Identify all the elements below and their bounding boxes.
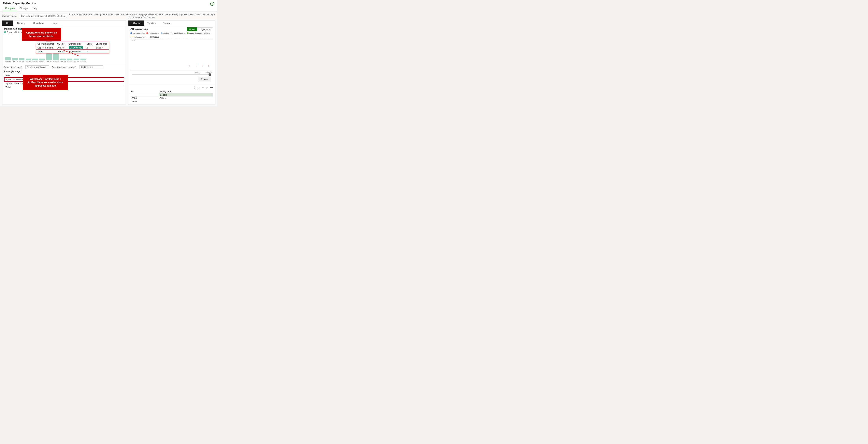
legend-cu-limit: CU % Limit xyxy=(146,36,159,38)
bar[interactable] xyxy=(81,59,86,60)
legend-interactive: Interactive % xyxy=(146,32,159,34)
right-row1-es xyxy=(130,93,159,96)
legend-dot-icon xyxy=(4,31,6,33)
bar-label: Tue 21 xyxy=(46,61,52,63)
util-chart-body: 100% | | | | xyxy=(130,39,213,71)
explore-button[interactable]: Explore xyxy=(198,77,211,82)
expand-icon[interactable]: ⤢ xyxy=(206,86,208,89)
op-billing: Billable xyxy=(94,46,109,50)
help-icon[interactable]: ? xyxy=(194,86,195,89)
capacity-select[interactable]: Trial-ruxu-microsoft-com-05-30-2023-01-3… xyxy=(19,14,67,18)
right-table-row-3: .9830 xyxy=(130,100,213,103)
bar-label: Mon 20 xyxy=(39,61,45,63)
legend-autoscale: Autoscale % xyxy=(130,36,145,38)
capacity-row: Capacity name: Trial-ruxu-microsoft-com-… xyxy=(2,13,215,19)
items-title: Items (14 days) xyxy=(4,70,124,73)
hundred-label: 100% xyxy=(131,39,135,41)
legend-background: Background % xyxy=(130,32,145,34)
bar[interactable] xyxy=(32,59,38,60)
bar-group: Sat 18 xyxy=(26,59,31,63)
tab-overages[interactable]: Overages xyxy=(160,21,175,26)
bar-label: Wed 15 xyxy=(5,61,11,63)
right-panel: Utilization Throttling Overages CU % ove… xyxy=(128,20,215,105)
tooltip-popup: Operation name CU (s) ▼ Duration (s) Use… xyxy=(36,41,109,54)
kind-label: Select item kind(s): xyxy=(4,66,23,68)
bar-group: Thu 23 xyxy=(60,59,66,63)
right-row2-es: .3900 xyxy=(130,96,159,100)
bar-group: Sat 25 xyxy=(73,59,79,63)
table-row: Copilot in Fabric 10,937 14,769.5930 2 B… xyxy=(36,46,109,50)
bar[interactable] xyxy=(73,59,79,60)
app-header: Fabric Capacity Metrics i Compute Storag… xyxy=(0,0,217,11)
util-chart-header: CU % over time Linear Logarithmic xyxy=(130,27,213,31)
scale-linear-button[interactable]: Linear xyxy=(187,27,197,31)
nav-tab-help[interactable]: Help xyxy=(30,6,40,11)
info-icon[interactable]: i xyxy=(210,2,214,6)
right-col-billing: Billing type xyxy=(159,90,213,93)
nav-tab-storage[interactable]: Storage xyxy=(17,6,30,11)
tab-duration[interactable]: Duration xyxy=(13,21,29,26)
right-table-row-1: Billable xyxy=(130,93,213,96)
legend-cu-limit-label: CU % Limit xyxy=(150,36,159,38)
total-users: 2 xyxy=(85,50,94,53)
kind-value: SynapseNotebook xyxy=(27,66,45,68)
legend-autoscale-label: Autoscale % xyxy=(134,36,145,38)
callout-box: Operations are shown on hover over artif… xyxy=(22,28,61,41)
bar-group: Thu 16 xyxy=(12,58,18,63)
filter-icon[interactable]: ≡ xyxy=(202,86,204,89)
tab-cu[interactable]: CU xyxy=(2,21,13,26)
legend-background-label: Background % xyxy=(132,32,145,34)
left-panel: CU Duration Operations Users Multi metri… xyxy=(2,20,126,105)
total-cu: 10,937 xyxy=(56,50,67,53)
kind-select[interactable]: SynapseNotebook ▾ xyxy=(26,65,49,69)
bar-label: Sat 25 xyxy=(74,61,79,63)
util-chart-title: CU % over time xyxy=(130,28,148,31)
total-row: Total 10,937 14,769.5930 2 xyxy=(36,50,109,53)
bar-label: Thu 23 xyxy=(60,61,66,63)
bottom-annotation: Workspace + Artifact Kind + Artifact Nam… xyxy=(23,75,68,90)
metric-tabs: CU Duration Operations Users xyxy=(2,21,126,26)
legend-bg-nonbillable-icon xyxy=(161,32,162,34)
tab-utilization[interactable]: Utilization xyxy=(128,21,144,26)
bar[interactable] xyxy=(12,58,18,60)
col-select[interactable]: Multiple se ▾ xyxy=(80,65,103,69)
tab-users[interactable]: Users xyxy=(48,21,61,26)
bar[interactable] xyxy=(39,59,45,60)
bar[interactable] xyxy=(19,58,25,60)
bar-label: Fri 17 xyxy=(19,61,24,63)
legend-int-nonbillable: Interactive non-billable % xyxy=(187,32,210,34)
right-table: es Billing type Billable .3900 Billable xyxy=(130,90,213,103)
bar-label: Sun 19 xyxy=(32,61,38,63)
nav-tab-compute[interactable]: Compute xyxy=(3,6,17,11)
bar[interactable] xyxy=(5,57,11,60)
right-row2-billing: Billable xyxy=(159,96,213,100)
items-section: Select item kind(s): SynapseNotebook ▾ S… xyxy=(2,64,126,90)
right-row3-billing xyxy=(159,100,213,103)
legend-int-nonbillable-icon xyxy=(187,32,189,34)
slider-row xyxy=(130,74,213,75)
capacity-hint: Pick a capacity from the Capacity name s… xyxy=(69,13,215,19)
scale-logarithmic-button[interactable]: Logarithmic xyxy=(197,27,213,31)
bar[interactable] xyxy=(26,59,31,60)
tab-operations[interactable]: Operations xyxy=(29,21,48,26)
col-users: Users xyxy=(85,42,94,46)
col-label: Select optional column(s): xyxy=(52,66,77,68)
col-operation-name: Operation name xyxy=(36,42,56,46)
slider-track[interactable] xyxy=(132,74,211,75)
scale-buttons: Linear Logarithmic xyxy=(187,27,213,31)
slider-thumb[interactable] xyxy=(209,73,211,76)
bar[interactable] xyxy=(60,59,66,60)
hundred-line: 100% xyxy=(130,39,213,41)
bar[interactable] xyxy=(67,59,72,60)
right-row3-es: .9830 xyxy=(130,100,159,103)
col-cu: CU (s) ▼ xyxy=(56,42,67,46)
tab-throttling[interactable]: Throttling xyxy=(144,21,160,26)
app-title: Fabric Capacity Metrics xyxy=(3,2,36,5)
legend-bg-nonbillable-label: Background non-billable % xyxy=(163,32,185,34)
more-icon[interactable]: ••• xyxy=(210,86,213,89)
items-controls: Select item kind(s): SynapseNotebook ▾ S… xyxy=(4,65,124,69)
bar-group: Mon 20 xyxy=(39,59,45,63)
capacity-label: Capacity name: xyxy=(2,15,17,17)
right-icons-row: ? ⬚ ≡ ⤢ ••• xyxy=(130,86,213,89)
copy-icon[interactable]: ⬚ xyxy=(197,86,200,89)
